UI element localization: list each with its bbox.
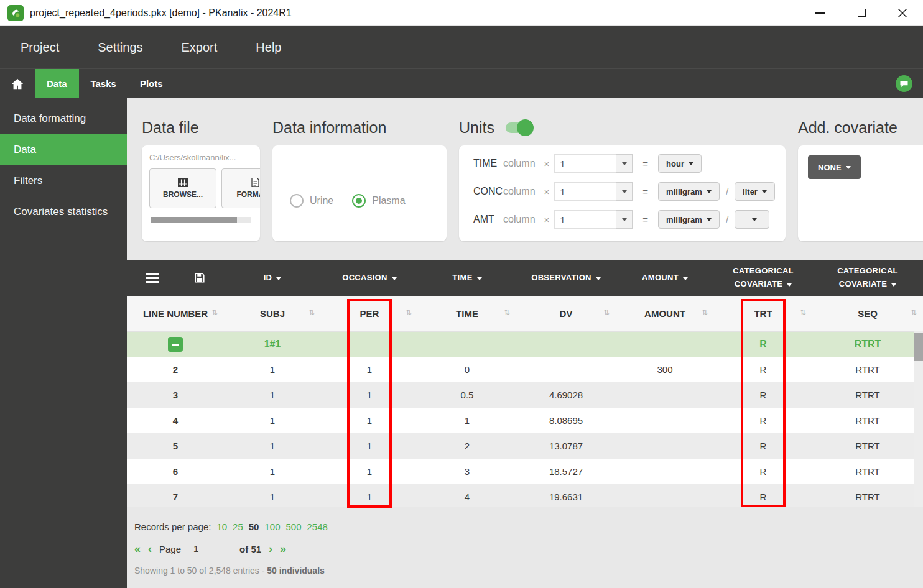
type-header-categorical-covariate-1[interactable]: CATEGORICAL COVARIATE (714, 260, 812, 296)
table-row[interactable]: 3110.54.69028RRTRT (127, 382, 923, 408)
table-footer: Records per page: 10 25 50 100 500 2548 … (127, 507, 923, 576)
horizontal-scrollbar[interactable] (151, 217, 251, 223)
maximize-button[interactable] (841, 0, 882, 25)
amt-factor-input[interactable] (554, 210, 616, 229)
records-per-page-label: Records per page: (134, 521, 211, 532)
amt-factor-dropdown[interactable] (616, 210, 633, 229)
type-header-id[interactable]: ID (224, 260, 321, 296)
col-header-time[interactable]: TIME (418, 296, 516, 331)
amt-per-unit-dropdown[interactable] (735, 210, 769, 229)
next-page-button[interactable]: › (269, 543, 272, 554)
chevron-down-icon (477, 277, 482, 280)
home-button[interactable] (0, 69, 35, 98)
data-information-card: Urine Plasma (272, 145, 447, 241)
table-cell: 8.08695 (516, 408, 616, 433)
format-button[interactable]: FORMAT... (221, 168, 260, 208)
tab-plots[interactable]: Plots (128, 69, 175, 98)
table-row[interactable]: 511213.0787RRTRT (127, 433, 923, 459)
time-unit-dropdown[interactable]: hour (658, 154, 702, 173)
collapse-icon[interactable] (168, 337, 183, 352)
sort-icon[interactable] (308, 308, 315, 317)
page-size-100[interactable]: 100 (264, 521, 280, 532)
sidebar-item-data[interactable]: Data (0, 134, 127, 165)
chevron-down-icon (689, 162, 693, 165)
sort-icon[interactable] (800, 308, 806, 317)
sort-icon[interactable] (603, 308, 610, 317)
col-header-seq[interactable]: SEQ (812, 296, 923, 331)
menu-export[interactable]: Export (182, 40, 218, 55)
units-toggle[interactable] (506, 122, 532, 133)
table-cell: 1 (321, 459, 418, 484)
amt-mass-unit-dropdown[interactable]: milligram (658, 210, 720, 229)
page-size-10[interactable]: 10 (216, 521, 227, 532)
page-size-2548[interactable]: 2548 (307, 521, 328, 532)
type-header-time[interactable]: TIME (418, 260, 516, 296)
vertical-scrollbar[interactable] (914, 331, 923, 507)
minimize-button[interactable] (800, 0, 841, 25)
table-cell: 4 (418, 484, 516, 507)
col-header-per[interactable]: PER (321, 296, 418, 331)
conc-factor-dropdown[interactable] (616, 182, 633, 201)
sort-icon[interactable] (504, 308, 510, 317)
multiply-sign: × (544, 158, 550, 169)
sort-icon[interactable] (211, 308, 218, 317)
table-row[interactable]: 611318.5727RRTRT (127, 459, 923, 484)
urine-radio-group[interactable]: Urine (290, 160, 333, 241)
plasma-radio-label: Plasma (372, 195, 405, 206)
sort-icon[interactable] (406, 308, 412, 317)
horizontal-scrollbar-thumb[interactable] (151, 217, 237, 223)
conc-mass-unit-dropdown[interactable]: milligram (658, 182, 720, 201)
plasma-radio[interactable] (352, 194, 366, 208)
urine-radio-label: Urine (310, 195, 333, 206)
conc-volume-unit-label: liter (743, 187, 758, 196)
page-size-500[interactable]: 500 (286, 521, 302, 532)
previous-page-button[interactable]: ‹ (148, 543, 152, 554)
col-header-line-number[interactable]: LINE NUMBER (127, 296, 224, 331)
col-header-subj[interactable]: SUBJ (224, 296, 321, 331)
table-row[interactable]: 711419.6631RRTRT (127, 484, 923, 507)
comment-button[interactable] (896, 69, 923, 98)
save-icon[interactable] (194, 272, 205, 283)
col-header-dv[interactable]: DV (516, 296, 616, 331)
group-row[interactable]: 1#1 R RTRT (127, 331, 923, 357)
type-header-label: ID (264, 273, 272, 282)
menu-help[interactable]: Help (256, 40, 281, 55)
menu-settings[interactable]: Settings (98, 40, 142, 55)
page-number-input[interactable] (188, 541, 232, 556)
first-page-button[interactable]: « (134, 543, 141, 554)
chevron-down-icon (596, 277, 601, 280)
last-page-button[interactable]: » (280, 543, 286, 554)
type-header-occasion[interactable]: OCCASION (321, 260, 418, 296)
sidebar-item-filters[interactable]: Filters (0, 165, 127, 196)
sort-icon[interactable] (911, 308, 917, 317)
menu-project[interactable]: Project (21, 40, 59, 55)
sidebar-item-data-formatting[interactable]: Data formatting (0, 103, 127, 134)
type-header-observation[interactable]: OBSERVATION (516, 260, 616, 296)
time-factor-input[interactable] (554, 154, 616, 173)
close-button[interactable] (882, 0, 923, 25)
covariate-none-dropdown[interactable]: NONE (808, 155, 861, 179)
app-logo-icon (7, 5, 24, 21)
browse-button[interactable]: BROWSE... (149, 168, 216, 208)
chevron-down-icon (762, 190, 767, 193)
plasma-radio-group[interactable]: Plasma (352, 160, 405, 241)
tab-data[interactable]: Data (35, 69, 79, 98)
table-cell: 1 (224, 357, 321, 382)
conc-factor-input[interactable] (554, 182, 616, 201)
tab-tasks[interactable]: Tasks (79, 69, 128, 98)
time-factor-dropdown[interactable] (616, 154, 633, 173)
type-header-categorical-covariate-2[interactable]: CATEGORICAL COVARIATE (812, 260, 923, 296)
sidebar-item-covariates-statistics[interactable]: Covariates statistics (0, 196, 127, 227)
urine-radio[interactable] (290, 194, 304, 208)
col-header-amount[interactable]: AMOUNT (616, 296, 714, 331)
vertical-scrollbar-thumb[interactable] (914, 333, 923, 361)
page-size-50[interactable]: 50 (249, 521, 259, 532)
type-header-amount[interactable]: AMOUNT (616, 260, 714, 296)
table-row[interactable]: 2110300RRTRT (127, 357, 923, 382)
page-size-25[interactable]: 25 (233, 521, 243, 532)
table-menu-icon[interactable] (146, 273, 159, 283)
conc-volume-unit-dropdown[interactable]: liter (735, 182, 775, 201)
table-row[interactable]: 41118.08695RRTRT (127, 408, 923, 433)
sort-icon[interactable] (702, 308, 708, 317)
col-header-trt[interactable]: TRT (714, 296, 812, 331)
